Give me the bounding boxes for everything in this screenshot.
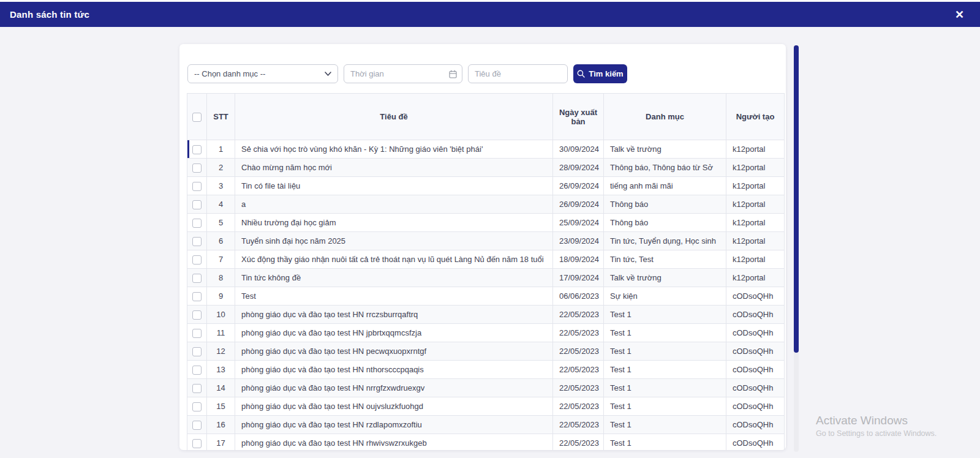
row-creator: cODsoQHh — [726, 361, 785, 379]
row-category: Thông báo — [604, 214, 726, 232]
search-button[interactable]: Tìm kiếm — [573, 64, 627, 83]
table-row[interactable]: 1 Sẻ chia với học trò vùng khó khăn - Kỳ… — [187, 140, 785, 159]
row-checkbox-cell — [187, 140, 207, 159]
row-category: Test 1 — [604, 361, 726, 379]
row-title: Tuyển sinh đại học năm 2025 — [235, 232, 553, 250]
row-creator: k12portal — [726, 159, 785, 177]
table-row[interactable]: 2 Chào mừng năm học mới 28/09/2024 Thông… — [187, 159, 785, 177]
row-title: Xúc động thầy giáo nhận nuôi tất cả trẻ … — [235, 250, 553, 269]
row-checkbox-cell — [187, 397, 207, 416]
row-checkbox[interactable] — [192, 219, 202, 228]
row-stt: 8 — [207, 269, 235, 287]
row-checkbox[interactable] — [192, 347, 202, 356]
row-checkbox[interactable] — [192, 439, 202, 448]
scrollbar-track[interactable] — [794, 45, 799, 452]
row-checkbox[interactable] — [192, 402, 202, 411]
news-table: STT Tiêu đề Ngày xuất bản Danh mục Người… — [187, 93, 785, 450]
table-row[interactable]: 3 Tin có file tài liệu 26/09/2024 tiếng … — [187, 177, 785, 195]
title-search-input[interactable] — [468, 64, 568, 83]
row-title: a — [235, 195, 553, 214]
row-checkbox[interactable] — [192, 421, 202, 430]
row-publish-date: 28/09/2024 — [553, 159, 604, 177]
row-checkbox[interactable] — [192, 237, 202, 246]
row-checkbox[interactable] — [192, 310, 202, 320]
row-checkbox-cell — [187, 177, 207, 195]
row-category: Test 1 — [604, 397, 726, 416]
table-row[interactable]: 6 Tuyển sinh đại học năm 2025 23/09/2024… — [187, 232, 785, 250]
table-row[interactable]: 14 phòng giáo dục và đào tạo test HN nrr… — [187, 379, 785, 397]
category-select[interactable]: -- Chọn danh mục -- — [187, 64, 338, 83]
row-publish-date: 22/05/2023 — [553, 361, 604, 379]
row-title: Tin tức không đề — [235, 269, 553, 287]
table-row[interactable]: 5 Nhiều trường đại học giảm 25/09/2024 T… — [187, 214, 785, 232]
table-row[interactable]: 10 phòng giáo dục và đào tạo test HN rrc… — [187, 306, 785, 324]
date-field-wrapper — [344, 64, 462, 83]
table-row[interactable]: 16 phòng giáo dục và đào tạo test HN rzd… — [187, 416, 785, 434]
row-checkbox[interactable] — [192, 292, 202, 301]
table-row[interactable]: 11 phòng giáo dục và đào tạo test HN jpb… — [187, 324, 785, 342]
row-checkbox[interactable] — [192, 200, 202, 209]
row-stt: 14 — [207, 379, 235, 397]
row-checkbox-cell — [187, 434, 207, 451]
select-all-checkbox[interactable] — [192, 113, 202, 122]
table-header-row: STT Tiêu đề Ngày xuất bản Danh mục Người… — [187, 94, 785, 140]
table-row[interactable]: 13 phòng giáo dục và đào tạo test HN nth… — [187, 361, 785, 379]
row-checkbox[interactable] — [192, 145, 202, 154]
search-icon — [577, 70, 585, 78]
table-row[interactable]: 4 a 26/09/2024 Thông báo k12portal — [187, 195, 785, 214]
table-row[interactable]: 7 Xúc động thầy giáo nhận nuôi tất cả tr… — [187, 250, 785, 269]
row-stt: 12 — [207, 342, 235, 361]
row-stt: 16 — [207, 416, 235, 434]
row-category: Thông báo, Thông báo từ Sở — [604, 159, 726, 177]
row-stt: 9 — [207, 287, 235, 306]
scrollbar-thumb[interactable] — [794, 45, 799, 353]
row-category: Talk về trường — [604, 140, 726, 159]
filter-bar: -- Chọn danh mục -- Tìm kiếm — [179, 44, 786, 83]
search-button-label: Tìm kiếm — [589, 69, 623, 78]
chevron-down-icon — [325, 72, 331, 76]
row-creator: cODsoQHh — [726, 416, 785, 434]
row-stt: 17 — [207, 434, 235, 451]
table-row[interactable]: 9 Test 06/06/2023 Sự kiện cODsoQHh — [187, 287, 785, 306]
calendar-icon[interactable] — [449, 70, 457, 78]
row-checkbox[interactable] — [192, 384, 202, 393]
row-stt: 13 — [207, 361, 235, 379]
row-category: Thông báo — [604, 195, 726, 214]
row-title: phòng giáo dục và đào tạo test HN nthors… — [235, 361, 553, 379]
table-row[interactable]: 12 phòng giáo dục và đào tạo test HN pec… — [187, 342, 785, 361]
row-publish-date: 22/05/2023 — [553, 324, 604, 342]
date-input[interactable] — [350, 69, 449, 78]
row-title: Test — [235, 287, 553, 306]
row-stt: 11 — [207, 324, 235, 342]
table-row[interactable]: 17 phòng giáo dục và đào tạo test HN rhw… — [187, 434, 785, 451]
news-list-card: -- Chọn danh mục -- Tìm kiếm STT Tiêu đề… — [179, 44, 786, 450]
row-checkbox-cell — [187, 232, 207, 250]
row-category: Test 1 — [604, 379, 726, 397]
category-select-value: -- Chọn danh mục -- — [194, 69, 265, 78]
row-creator: cODsoQHh — [726, 306, 785, 324]
table-row[interactable]: 8 Tin tức không đề 17/09/2024 Talk về tr… — [187, 269, 785, 287]
row-checkbox-cell — [187, 379, 207, 397]
close-icon[interactable]: ✕ — [955, 9, 964, 20]
column-header-category: Danh mục — [604, 94, 726, 140]
row-publish-date: 22/05/2023 — [553, 397, 604, 416]
page-title: Danh sách tin tức — [10, 9, 89, 20]
table-body: 1 Sẻ chia với học trò vùng khó khăn - Kỳ… — [187, 140, 785, 451]
row-checkbox-cell — [187, 269, 207, 287]
row-checkbox-cell — [187, 361, 207, 379]
row-creator: cODsoQHh — [726, 379, 785, 397]
row-creator: cODsoQHh — [726, 287, 785, 306]
row-checkbox[interactable] — [192, 274, 202, 283]
row-creator: cODsoQHh — [726, 324, 785, 342]
row-publish-date: 22/05/2023 — [553, 342, 604, 361]
row-checkbox-cell — [187, 159, 207, 177]
row-checkbox[interactable] — [192, 255, 202, 265]
row-checkbox[interactable] — [192, 163, 202, 173]
row-category: Test 1 — [604, 342, 726, 361]
row-stt: 6 — [207, 232, 235, 250]
row-checkbox[interactable] — [192, 366, 202, 375]
row-creator: cODsoQHh — [726, 342, 785, 361]
row-checkbox[interactable] — [192, 329, 202, 338]
table-row[interactable]: 15 phòng giáo dục và đào tạo test HN ouj… — [187, 397, 785, 416]
row-checkbox[interactable] — [192, 182, 202, 191]
